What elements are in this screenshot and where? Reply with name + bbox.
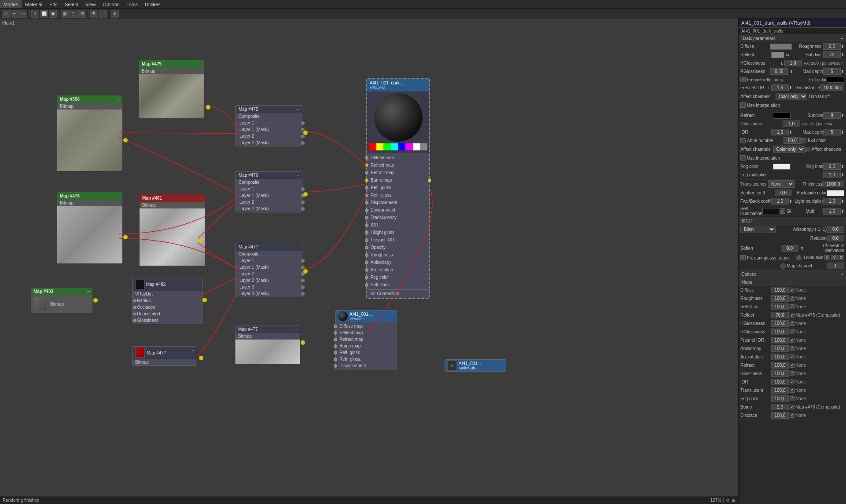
node-map506-bitmap[interactable]: Map #506 − Bitmap: [57, 95, 122, 171]
hgloss-val[interactable]: 1,0: [784, 60, 802, 66]
tool-btn-7[interactable]: ▦: [61, 10, 69, 18]
map-channel-radio[interactable]: [780, 263, 786, 269]
roughness-spinner[interactable]: ⬆: [841, 44, 844, 49]
menu-view[interactable]: View: [82, 0, 99, 8]
abbe-val[interactable]: 50,0: [783, 137, 801, 144]
section-options-header[interactable]: Options +: [739, 270, 846, 278]
node-vraymtl-secondary[interactable]: AI41_001... VRayMtl − Diffuse map Reflec…: [335, 310, 397, 370]
menu-material[interactable]: Material: [22, 0, 46, 8]
menu-tools[interactable]: Tools: [123, 0, 141, 8]
gi-check[interactable]: [780, 208, 785, 214]
tool-btn-10[interactable]: 🔍: [90, 10, 98, 18]
fresnel-ior-val[interactable]: 1,6: [771, 84, 789, 91]
fresnel-spinner[interactable]: ⬆: [789, 85, 792, 90]
tool-btn-5[interactable]: ⬜: [40, 10, 48, 18]
node-close-10[interactable]: −: [191, 348, 194, 358]
node-map476-bitmap[interactable]: Map #476 − Bitmap: [57, 192, 122, 263]
tool-btn-12[interactable]: ⊕: [111, 10, 119, 18]
ior-spinner[interactable]: ⬆: [789, 130, 792, 135]
rotation-val[interactable]: 0,0: [827, 235, 844, 241]
menu-select[interactable]: Select: [61, 0, 82, 8]
fog-color-swatch[interactable]: [773, 164, 791, 170]
node-map477-bitmap-1[interactable]: Map #477 − Bitmap: [132, 346, 197, 366]
node-close-1[interactable]: −: [199, 62, 202, 66]
affect-shadows-check[interactable]: [805, 147, 810, 152]
subdivs-val[interactable]: 72: [823, 51, 841, 58]
refract-subdivs-val[interactable]: 8: [823, 112, 841, 119]
menu-edit[interactable]: Edit: [46, 0, 61, 8]
reflect-swatch[interactable]: [771, 52, 784, 58]
light-mult-spinner[interactable]: ⬆: [841, 199, 844, 204]
node-map477-bitmap-2[interactable]: Map #477 − Bitmap: [235, 325, 300, 364]
exit-color-swatch[interactable]: [827, 77, 844, 83]
soften-val[interactable]: 0,0: [781, 245, 798, 252]
roughness-val[interactable]: 0,0: [823, 43, 841, 50]
node-close-6[interactable]: −: [199, 196, 202, 201]
node-close-9[interactable]: −: [87, 289, 90, 294]
rgloss-val[interactable]: 0,55: [770, 68, 788, 75]
node-close-12[interactable]: −: [403, 80, 406, 85]
translucency-dropdown[interactable]: None: [768, 180, 795, 188]
subdivs-spinner[interactable]: ⬆: [841, 52, 844, 57]
dim-dist-val[interactable]: 1000,0m: [820, 84, 844, 91]
node-map482-vraydirt[interactable]: Map #482 − VRayDirt Radius Occluded Unoc…: [132, 278, 202, 324]
node-close-7[interactable]: −: [297, 245, 299, 249]
node-close-4[interactable]: −: [117, 194, 120, 198]
node-map476-composite[interactable]: Map #476 − Composite Layer 1 Layer 1 (Ma…: [235, 171, 302, 212]
node-close-5[interactable]: −: [297, 173, 299, 178]
node-map483-bitmap[interactable]: Map #483 − Bitmap: [31, 288, 92, 313]
refract-swatch[interactable]: [773, 113, 791, 119]
use-interp2-check[interactable]: [740, 155, 746, 161]
menu-modes[interactable]: Modes: [0, 0, 22, 8]
rgloss-spinner[interactable]: ⬆: [790, 69, 793, 74]
rfr-max-depth-spinner[interactable]: ⬆: [841, 130, 844, 135]
max-depth-val[interactable]: 5: [823, 68, 841, 75]
section-brdf-header[interactable]: BRDF −: [739, 217, 846, 225]
thickness-val[interactable]: 1000,0: [822, 181, 844, 187]
node-close-14[interactable]: −: [501, 361, 504, 370]
affect-channels2-dropdown[interactable]: Color only: [773, 146, 805, 153]
fix-dark-check[interactable]: [740, 255, 746, 260]
node-close-13[interactable]: −: [392, 311, 394, 321]
light-mult-val[interactable]: 1,0: [823, 198, 841, 205]
tool-btn-9[interactable]: ⊞: [78, 10, 86, 18]
tool-btn-2[interactable]: ↩: [11, 10, 18, 18]
fog-mult-val[interactable]: 1,0: [823, 172, 841, 178]
diffuse-swatch[interactable]: [770, 44, 792, 50]
mult-val[interactable]: 1,0: [823, 208, 841, 215]
section-basic-header[interactable]: Basic parameters −: [739, 35, 846, 42]
scatter-val[interactable]: 0,0: [775, 190, 792, 196]
abbe-check[interactable]: [740, 138, 746, 143]
x-btn[interactable]: X: [824, 255, 830, 260]
node-close-11[interactable]: −: [294, 327, 297, 332]
use-interp-check[interactable]: [740, 102, 746, 108]
node-vraymtl-main[interactable]: AI41_001_dark... − VRayMtl: [366, 78, 430, 299]
fog-mult-spinner[interactable]: ⬆: [841, 172, 844, 177]
ior-val[interactable]: 1,6: [771, 129, 789, 135]
y-btn[interactable]: Y: [831, 255, 837, 260]
local-axis-radio[interactable]: [796, 255, 802, 260]
tool-btn-4[interactable]: ✕: [31, 10, 39, 18]
node-map475-bitmap[interactable]: Map #475 − Bitmap: [139, 60, 204, 118]
node-map477-composite[interactable]: Map #477 − Composite Layer 1 Layer 1 (Ma…: [235, 243, 302, 297]
tool-btn-6[interactable]: ▣: [49, 10, 57, 18]
menu-utilities[interactable]: Utilities: [141, 0, 164, 8]
brdf-type-dropdown[interactable]: Blinn: [740, 226, 776, 233]
max-depth-spinner[interactable]: ⬆: [841, 69, 844, 74]
glossiness-val[interactable]: 1,0: [783, 121, 800, 127]
refract-max-depth-val[interactable]: 5: [823, 129, 841, 135]
menu-options[interactable]: Options: [99, 0, 123, 8]
tool-btn-1[interactable]: ⬡: [2, 10, 10, 18]
tool-btn-3[interactable]: ↪: [19, 10, 27, 18]
fog-bias-spinner[interactable]: ⬆: [841, 164, 844, 169]
tool-btn-11[interactable]: ⬛: [99, 10, 107, 18]
node-close-8[interactable]: −: [197, 280, 199, 289]
soften-spinner[interactable]: ⬆: [800, 246, 804, 251]
node-close-3[interactable]: −: [297, 107, 299, 112]
mult-spinner[interactable]: ⬆: [841, 209, 844, 214]
back-side-swatch[interactable]: [827, 190, 844, 196]
anisotropy-val[interactable]: 0,0: [827, 226, 844, 233]
fresnel-check[interactable]: [740, 77, 746, 82]
node-map475-composite[interactable]: Map #475 − Composite Layer 1 Layer 1 (Ma…: [235, 105, 302, 146]
fwdback-val[interactable]: 1,0: [771, 198, 789, 205]
